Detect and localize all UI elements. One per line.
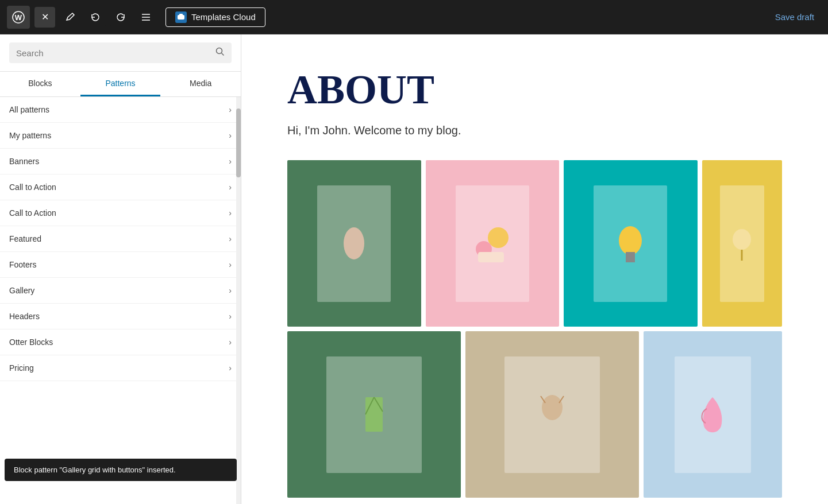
tabs: Blocks Patterns Media <box>0 72 241 97</box>
sidebar-item-footers[interactable]: Footers › <box>0 252 241 278</box>
svg-point-7 <box>217 48 222 54</box>
pattern-label: My patterns <box>9 131 51 140</box>
sidebar-item-featured[interactable]: Featured › <box>0 226 241 252</box>
tab-media[interactable]: Media <box>160 72 241 96</box>
templates-cloud-button[interactable]: Templates Cloud <box>165 7 265 27</box>
tab-patterns[interactable]: Patterns <box>80 72 161 96</box>
gallery-item-2 <box>426 160 560 327</box>
sidebar-item-all-patterns[interactable]: All patterns › <box>0 97 241 123</box>
gallery-item-6 <box>465 331 639 498</box>
pattern-label: All patterns <box>9 105 49 114</box>
svg-text:W: W <box>15 13 22 22</box>
pattern-label: Banners <box>9 157 39 166</box>
chevron-right-icon: › <box>229 363 232 373</box>
toast-notification: Block pattern "Gallery grid with buttons… <box>5 459 237 481</box>
pattern-label: Call to Action <box>9 183 56 192</box>
sidebar-item-gallery[interactable]: Gallery › <box>0 278 241 304</box>
toast-message: Block pattern "Gallery grid with buttons… <box>14 466 176 474</box>
gallery-item-7 <box>644 331 782 498</box>
tab-blocks[interactable]: Blocks <box>0 72 80 96</box>
chevron-right-icon: › <box>229 234 232 243</box>
chevron-right-icon: › <box>229 286 232 295</box>
sidebar-item-pricing[interactable]: Pricing › <box>0 355 241 381</box>
templates-cloud-label: Templates Cloud <box>191 12 256 22</box>
gallery-row-1 <box>287 160 782 327</box>
pattern-label: Featured <box>9 234 41 243</box>
search-bar <box>0 34 241 72</box>
svg-rect-12 <box>478 252 504 262</box>
sidebar-item-headers[interactable]: Headers › <box>0 304 241 329</box>
undo-button[interactable] <box>85 7 106 28</box>
svg-rect-17 <box>365 397 383 432</box>
sidebar-item-banners[interactable]: Banners › <box>0 149 241 175</box>
gallery-item-1 <box>287 160 421 327</box>
svg-rect-14 <box>626 252 635 262</box>
pattern-label: Headers <box>9 312 40 321</box>
content-area: ABOUT Hi, I'm John. Welcome to my blog. <box>241 34 828 504</box>
sidebar-item-call-to-action-2[interactable]: Call to Action › <box>0 200 241 226</box>
pattern-label: Footers <box>9 260 36 269</box>
svg-point-10 <box>488 227 509 248</box>
close-button[interactable]: ✕ <box>34 7 55 28</box>
chevron-right-icon: › <box>229 157 232 166</box>
svg-rect-6 <box>179 14 183 16</box>
pattern-list: All patterns › My patterns › Banners › C… <box>0 97 241 504</box>
chevron-right-icon: › <box>229 208 232 218</box>
list-view-button[interactable] <box>136 7 156 28</box>
redo-button[interactable] <box>110 7 131 28</box>
gallery-item-4 <box>702 160 783 327</box>
svg-line-8 <box>222 53 224 56</box>
page-title: ABOUT <box>287 69 782 110</box>
chevron-right-icon: › <box>229 183 232 192</box>
search-icon <box>215 47 225 59</box>
pattern-label: Call to Action <box>9 208 56 218</box>
svg-point-13 <box>619 226 642 255</box>
draw-button[interactable] <box>60 7 80 28</box>
sidebar-item-call-to-action-1[interactable]: Call to Action › <box>0 175 241 200</box>
gallery-item-5 <box>287 331 461 498</box>
chevron-right-icon: › <box>229 338 232 347</box>
pattern-label: Gallery <box>9 286 34 295</box>
svg-point-15 <box>733 229 751 250</box>
pattern-label: Pricing <box>9 363 34 373</box>
page-subtitle: Hi, I'm John. Welcome to my blog. <box>287 124 782 137</box>
chevron-right-icon: › <box>229 131 232 140</box>
main-layout: Blocks Patterns Media All patterns › My … <box>0 34 828 504</box>
chevron-right-icon: › <box>229 105 232 114</box>
sidebar-item-my-patterns[interactable]: My patterns › <box>0 123 241 149</box>
search-input[interactable] <box>16 48 215 58</box>
chevron-right-icon: › <box>229 260 232 269</box>
toolbar: W ✕ Templates Cloud <box>0 0 828 34</box>
svg-point-9 <box>344 227 364 259</box>
wp-logo-icon[interactable]: W <box>7 6 30 29</box>
gallery-row-2 <box>287 331 782 498</box>
save-draft-button[interactable]: Save draft <box>768 9 821 25</box>
sidebar-item-otter-blocks[interactable]: Otter Blocks › <box>0 329 241 355</box>
chevron-right-icon: › <box>229 312 232 321</box>
pattern-label: Otter Blocks <box>9 338 53 347</box>
templates-cloud-icon <box>175 11 187 23</box>
sidebar: Blocks Patterns Media All patterns › My … <box>0 34 241 504</box>
gallery-item-3 <box>564 160 698 327</box>
svg-point-20 <box>542 395 563 420</box>
